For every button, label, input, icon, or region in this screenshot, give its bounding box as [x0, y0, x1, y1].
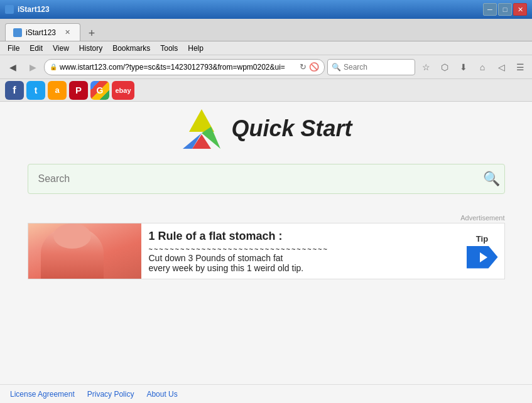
tab-close-button[interactable]: ✕ — [62, 28, 72, 38]
minimize-button[interactable]: ─ — [483, 3, 497, 16]
new-tab-button[interactable]: + — [84, 26, 99, 41]
ad-image — [28, 223, 141, 279]
ad-arrow-icon — [480, 252, 487, 262]
ad-headline: 1 Rule of a flat stomach : — [149, 230, 453, 243]
bookmarks-bar: f t a P G ebay — [0, 79, 532, 102]
menu-bar: File Edit View History Bookmarks Tools H… — [0, 41, 532, 55]
browser-window: iStart123 ─ □ ✕ iStart123 ✕ + File Edit … — [0, 0, 532, 403]
forward-button[interactable]: ▶ — [24, 59, 41, 75]
ad-tip-label: Tip — [476, 234, 488, 244]
lock-icon: 🔒 — [50, 63, 57, 70]
home-button[interactable]: ⌂ — [474, 59, 491, 75]
title-bar-text: iStart123 — [18, 5, 50, 14]
address-bar: ◀ ▶ 🔒 ↻ 🚫 🔍 ☆ ⬡ ⬇ ⌂ ◁ ☰ — [0, 55, 532, 79]
title-bar-left: iStart123 — [5, 5, 50, 14]
ad-line2: every week by using this 1 weird old tip… — [149, 263, 453, 273]
download-button[interactable]: ⬇ — [455, 59, 472, 75]
back-history-button[interactable]: ◁ — [493, 59, 509, 75]
bookmark-ebay[interactable]: ebay — [112, 81, 134, 100]
logo-text: Quick Start — [231, 116, 352, 142]
menu-button[interactable]: ☰ — [512, 59, 528, 75]
footer: License Agreement Privacy Policy About U… — [0, 384, 532, 403]
ad-label: Advertisement — [28, 214, 505, 222]
bookmark-facebook[interactable]: f — [5, 81, 24, 100]
ad-text: 1 Rule of a flat stomach : ~~~~~~~~~~~~~… — [141, 223, 460, 279]
menu-tools[interactable]: Tools — [155, 43, 183, 54]
license-link[interactable]: License Agreement — [10, 390, 75, 399]
address-input-wrap: 🔒 ↻ 🚫 — [44, 59, 325, 75]
tab-favicon-icon — [13, 28, 22, 37]
address-input[interactable] — [60, 63, 297, 72]
main-search-button[interactable]: 🔍 — [483, 171, 500, 187]
bookmark-google[interactable]: G — [90, 81, 109, 100]
tab-label: iStart123 — [26, 28, 56, 37]
logo-area: Quick Start — [180, 108, 352, 149]
search-wrap: 🔍 — [327, 59, 415, 75]
bookmark-save-button[interactable]: ⬡ — [437, 59, 453, 75]
menu-file[interactable]: File — [3, 43, 24, 54]
ad-wavy: ~~~~~~~~~~~~~~~~~~~~~~~~~~~~~~~~~~ — [149, 245, 453, 253]
ad-cta: Tip — [460, 223, 504, 279]
main-search-input[interactable] — [28, 164, 505, 194]
menu-help[interactable]: Help — [183, 43, 209, 54]
about-link[interactable]: About Us — [146, 390, 177, 399]
active-tab[interactable]: iStart123 ✕ — [5, 23, 80, 41]
search-icon: 🔍 — [332, 63, 341, 72]
bookmark-pinterest[interactable]: P — [69, 81, 88, 100]
bookmark-star-button[interactable]: ☆ — [418, 59, 434, 75]
main-search-wrap: 🔍 — [28, 164, 505, 194]
menu-edit[interactable]: Edit — [24, 43, 48, 54]
tab-favicon-icon — [5, 5, 14, 14]
title-bar: iStart123 ─ □ ✕ — [0, 0, 532, 19]
tab-bar: iStart123 ✕ + — [0, 19, 532, 41]
menu-bookmarks[interactable]: Bookmarks — [107, 43, 155, 54]
title-bar-controls: ─ □ ✕ — [483, 3, 527, 16]
ad-line1: Cut down 3 Pounds of stomach fat — [149, 253, 453, 263]
bookmark-twitter[interactable]: t — [26, 81, 45, 100]
close-button[interactable]: ✕ — [513, 3, 527, 16]
refresh-icon[interactable]: ↻ — [300, 62, 307, 72]
ad-arrow-button[interactable] — [467, 246, 498, 269]
privacy-link[interactable]: Privacy Policy — [87, 390, 134, 399]
logo-icon — [180, 108, 224, 149]
block-icon: 🚫 — [309, 62, 319, 72]
main-content: Quick Start 🔍 Advertisement — [0, 102, 532, 403]
menu-history[interactable]: History — [74, 43, 107, 54]
ad-banner[interactable]: 1 Rule of a flat stomach : ~~~~~~~~~~~~~… — [28, 223, 505, 279]
menu-view[interactable]: View — [48, 43, 74, 54]
maximize-button[interactable]: □ — [498, 3, 512, 16]
bookmark-amazon[interactable]: a — [48, 81, 67, 100]
ad-section: Advertisement 1 Rule of a flat stomach :… — [28, 214, 505, 279]
back-button[interactable]: ◀ — [4, 59, 21, 75]
